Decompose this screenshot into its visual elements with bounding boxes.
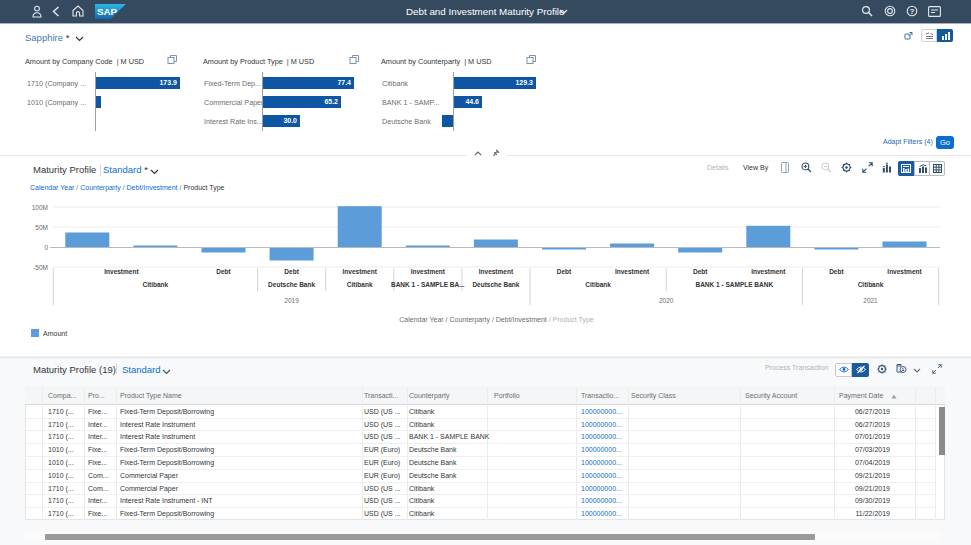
svg-text:Citibank: Citibank <box>858 281 884 288</box>
svg-text:Debt: Debt <box>216 268 231 275</box>
svg-text:Debt: Debt <box>693 268 708 275</box>
svg-text:2020: 2020 <box>659 297 674 304</box>
svg-text:Investment: Investment <box>751 268 786 275</box>
svg-text:BANK 1 - SAMPLE BA...: BANK 1 - SAMPLE BA... <box>391 281 465 288</box>
svg-text:2019: 2019 <box>284 297 299 304</box>
svg-text:Citibank: Citibank <box>143 281 169 288</box>
svg-text:100M: 100M <box>32 204 48 211</box>
svg-text:Investment: Investment <box>887 268 922 275</box>
svg-text:-50M: -50M <box>33 264 48 271</box>
svg-text:Debt: Debt <box>829 268 844 275</box>
svg-text:2021: 2021 <box>863 297 878 304</box>
svg-text:50M: 50M <box>35 224 48 231</box>
svg-text:Debt: Debt <box>557 268 572 275</box>
svg-text:0: 0 <box>44 244 48 251</box>
svg-text:Deutsche Bank: Deutsche Bank <box>472 281 519 288</box>
svg-text:Citibank: Citibank <box>347 281 373 288</box>
svg-text:Investment: Investment <box>343 268 378 275</box>
svg-text:Citibank: Citibank <box>585 281 611 288</box>
svg-text:Investment: Investment <box>411 268 446 275</box>
svg-text:SAP: SAP <box>97 6 118 17</box>
svg-text:Debt: Debt <box>284 268 299 275</box>
svg-text:Investment: Investment <box>104 268 139 275</box>
svg-text:Deutsche Bank: Deutsche Bank <box>268 281 315 288</box>
svg-text:BANK 1 - SAMPLE BANK: BANK 1 - SAMPLE BANK <box>695 281 773 288</box>
svg-text:Investment: Investment <box>479 268 514 275</box>
svg-text:Investment: Investment <box>615 268 650 275</box>
svg-text:?: ? <box>910 7 915 16</box>
